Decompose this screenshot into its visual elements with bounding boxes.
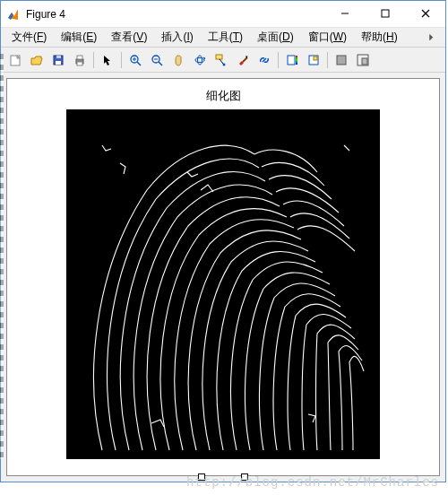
svg-point-22 [223, 63, 226, 65]
svg-rect-29 [314, 56, 317, 60]
dock-button[interactable] [353, 50, 373, 70]
client-area: 细化图 [1, 73, 445, 482]
zoom-out-button[interactable] [147, 50, 167, 70]
svg-rect-1 [382, 10, 389, 17]
link-button[interactable] [254, 50, 274, 70]
svg-point-18 [195, 57, 204, 62]
minimize-button[interactable] [324, 1, 365, 26]
rotate-button[interactable] [190, 50, 210, 70]
svg-line-25 [263, 58, 266, 62]
open-button[interactable] [27, 50, 47, 70]
svg-rect-6 [56, 61, 61, 65]
window-title: Figure 4 [26, 8, 65, 21]
svg-point-19 [198, 56, 202, 65]
save-button[interactable] [48, 50, 68, 70]
menu-desktop[interactable]: 桌面(D) [250, 28, 301, 47]
zoom-in-button[interactable] [125, 50, 145, 70]
hide-tools-button[interactable] [332, 50, 351, 70]
svg-rect-7 [56, 56, 61, 58]
menu-edit[interactable]: 编辑(E) [54, 28, 104, 47]
svg-rect-32 [362, 58, 367, 65]
resize-handle[interactable] [198, 473, 205, 481]
svg-rect-30 [337, 56, 346, 65]
adjacent-window-strip [0, 54, 4, 459]
menu-view[interactable]: 查看(V) [104, 28, 154, 47]
menu-help[interactable]: 帮助(H) [354, 28, 405, 47]
matlab-icon [6, 7, 21, 22]
menu-file[interactable]: 文件(F) [4, 28, 54, 47]
print-button[interactable] [70, 50, 90, 70]
svg-rect-10 [77, 62, 82, 65]
titlebar: Figure 4 [1, 1, 445, 28]
legend-button[interactable] [304, 50, 323, 70]
svg-rect-20 [216, 55, 222, 59]
figure-panel: 细化图 [6, 78, 440, 476]
svg-line-16 [159, 62, 162, 65]
menu-window[interactable]: 窗口(W) [301, 28, 354, 47]
svg-rect-9 [77, 56, 82, 59]
pan-button[interactable] [168, 50, 188, 70]
pointer-button[interactable] [98, 50, 117, 70]
maximize-button[interactable] [365, 1, 405, 26]
svg-line-12 [137, 62, 141, 65]
toolbar: ▾ [1, 48, 445, 73]
menu-tools[interactable]: 工具(T) [201, 28, 250, 47]
brush-button[interactable]: ▾ [233, 50, 253, 70]
menu-insert[interactable]: 插入(I) [154, 28, 200, 47]
menubar: 文件(F) 编辑(E) 查看(V) 插入(I) 工具(T) 桌面(D) 窗口(W… [1, 28, 445, 48]
menu-overflow-icon[interactable]: 🞂 [422, 32, 442, 42]
svg-text:▾: ▾ [246, 54, 248, 59]
close-button[interactable] [405, 1, 445, 26]
data-cursor-button[interactable] [211, 50, 231, 70]
resize-handle[interactable] [241, 473, 248, 481]
svg-line-21 [220, 59, 223, 64]
svg-rect-33 [66, 109, 380, 459]
plot-image [66, 109, 380, 459]
new-figure-button[interactable] [5, 50, 25, 70]
plot-title: 细化图 [206, 88, 241, 104]
svg-rect-26 [288, 56, 295, 65]
colorbar-button[interactable] [282, 50, 302, 70]
svg-rect-27 [296, 56, 297, 65]
